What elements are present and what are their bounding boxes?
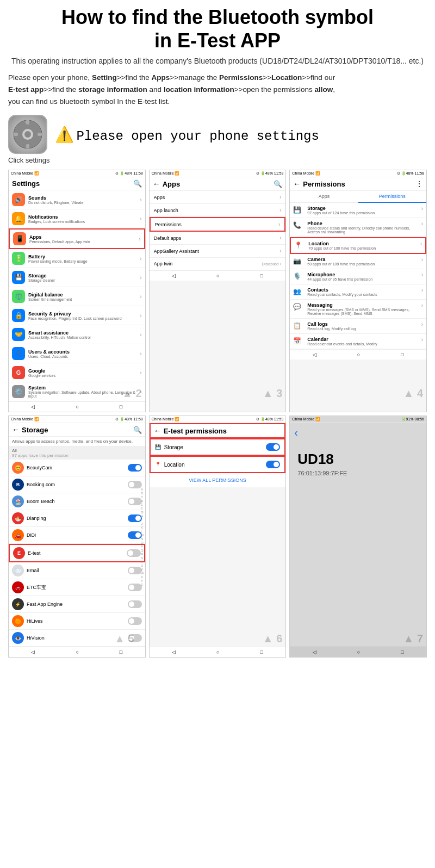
perm-contacts[interactable]: 👥 Contacts Read your contacts, Modify yo…	[290, 284, 426, 300]
home-nav-5[interactable]: ○	[76, 649, 78, 655]
back-nav-6[interactable]: ◁	[172, 649, 176, 655]
etest-storage-toggle[interactable]	[266, 443, 280, 451]
back-nav-4[interactable]: ◁	[313, 352, 316, 357]
svg-point-2	[24, 131, 31, 138]
nav-bar-7: ◁ ○ □	[290, 647, 426, 657]
settings-smart[interactable]: 🤝 Smart assistance Accessibility, HiTouc…	[9, 325, 145, 344]
home-nav-7[interactable]: ○	[357, 649, 360, 655]
app-etest[interactable]: E E-test	[9, 544, 145, 562]
app-didi[interactable]: 🚗 DiDi	[9, 527, 145, 544]
settings-digital-balance[interactable]: ⚖️ Digital balance Screen time managemen…	[9, 287, 145, 306]
recent-nav-7[interactable]: □	[401, 649, 403, 655]
perm-messaging[interactable]: 💬 Messaging Read your messages (SMS or M…	[290, 300, 426, 319]
etest-storage-perm[interactable]: 💾 Storage	[150, 438, 286, 456]
etc-toggle[interactable]	[128, 584, 142, 591]
home-nav-4[interactable]: ○	[357, 352, 360, 357]
perm-calendar[interactable]: 📅 Calendar Read calendar events and deta…	[290, 334, 426, 349]
fastapp-toggle[interactable]	[128, 600, 142, 608]
settings-security[interactable]: 🔒 Security & privacy Face recognition, F…	[9, 306, 145, 325]
recent-nav-5[interactable]: □	[120, 649, 122, 655]
apps-icon: 📱	[13, 232, 26, 245]
etest-toggle[interactable]	[127, 549, 141, 557]
perm-phone[interactable]: 📞 Phone Read device status and identity,…	[290, 218, 426, 237]
recent-nav-6[interactable]: □	[260, 649, 263, 655]
back-nav-7[interactable]: ◁	[313, 649, 316, 655]
app-etc[interactable]: 🚗 ETC车宝	[9, 579, 145, 596]
apps-item-apps[interactable]: Apps ›	[150, 191, 286, 204]
header-3: ← Apps 🔍	[150, 177, 286, 191]
app-email[interactable]: ✉️ Email	[9, 562, 145, 579]
tab-apps[interactable]: Apps	[290, 191, 358, 202]
home-nav-6[interactable]: ○	[216, 649, 219, 655]
search-icon-3[interactable]: 🔍	[274, 180, 282, 188]
settings-storage[interactable]: 💾 Storage Storage cleaner ›	[9, 268, 145, 287]
step-6-indicator: ▲ 6	[263, 633, 282, 645]
open-settings-text: ⚠️ Please open your phone settings	[55, 126, 319, 144]
settings-notifications[interactable]: 🔔 Notifications Badges, Lock screen noti…	[9, 209, 145, 228]
app-hilives[interactable]: 🟠 HiLives	[9, 613, 145, 630]
settings-battery[interactable]: 🔋 Battery Power saving mode, Battery usa…	[9, 249, 145, 268]
boombeach-toggle[interactable]	[128, 498, 142, 505]
perm-calllogs[interactable]: 📋 Call logs Read call log, Modify call l…	[290, 319, 426, 334]
perm-microphone[interactable]: 🎙️ Microphone 44 apps out of 95 have thi…	[290, 269, 426, 284]
perm-camera[interactable]: 📷 Camera 50 apps out of 109 have this pe…	[290, 254, 426, 269]
apps-item-gallery[interactable]: AppGallery Assistant ›	[150, 245, 286, 258]
calendar-perm-icon: 📅	[293, 337, 304, 345]
more-icon-4[interactable]: ⋮	[415, 179, 423, 188]
booking-icon: B	[12, 479, 24, 491]
settings-sounds[interactable]: 🔊 Sounds Do not disturb, Ringtone, Vibra…	[9, 190, 145, 209]
chevron-icon: ›	[140, 294, 141, 300]
ud18-content: UD18 76:01:13:99:7F:FE	[290, 442, 426, 647]
apps-screen-title: Apps	[163, 180, 272, 188]
home-nav[interactable]: ○	[76, 404, 78, 410]
apps-item-launch[interactable]: App launch ›	[150, 204, 286, 217]
back-nav[interactable]: ◁	[31, 404, 35, 410]
hilives-icon: 🟠	[12, 615, 24, 627]
back-arrow-4[interactable]: ←	[293, 179, 301, 188]
etest-location-icon: 📍	[155, 462, 161, 467]
click-settings-label: Click settings	[8, 156, 427, 164]
status-bar-4: China Mobile 📶 ⊙ 🔋48% 11:58	[290, 170, 426, 177]
hilives-toggle[interactable]	[128, 617, 142, 625]
app-boombeach[interactable]: 🏖️ Boom Beach	[9, 493, 145, 510]
dianping-toggle[interactable]	[128, 514, 142, 522]
booking-toggle[interactable]	[128, 481, 142, 488]
back-nav-5[interactable]: ◁	[31, 649, 35, 655]
email-toggle[interactable]	[128, 567, 142, 574]
chevron-icon: ›	[140, 216, 141, 222]
header-2: Settings 🔍	[9, 177, 145, 190]
perm-storage[interactable]: 💾 Storage 97 apps out of 124 have this p…	[290, 203, 426, 218]
back-arrow-7[interactable]: ‹	[294, 426, 298, 438]
back-arrow-5[interactable]: ←	[12, 425, 20, 434]
home-nav-3[interactable]: ○	[216, 273, 219, 278]
beautycam-toggle[interactable]	[128, 464, 142, 472]
search-icon-2[interactable]: 🔍	[133, 179, 142, 188]
apps-item-default[interactable]: Default apps ›	[150, 232, 286, 245]
apps-item-permissions[interactable]: Permissions ›	[150, 217, 286, 232]
app-dianping[interactable]: 🍜 Dianping	[9, 510, 145, 527]
etest-location-toggle[interactable]	[266, 461, 280, 468]
view-all-permissions[interactable]: VIEW ALL PERMISSIONS	[150, 473, 286, 487]
tab-permissions[interactable]: Permissions	[358, 191, 426, 203]
status-bar-2: China Mobile 📶 ⊙ 🔋48% 11:58	[9, 170, 145, 177]
app-fastapp[interactable]: ⚡ Fast App Engine	[9, 596, 145, 613]
apps-item-twin[interactable]: App twin Disabled ›	[150, 258, 286, 270]
chevron-icon: ›	[140, 256, 141, 262]
recent-nav[interactable]: □	[120, 404, 122, 410]
search-icon-5[interactable]: 🔍	[133, 426, 142, 434]
settings-apps[interactable]: 📱 Apps Permissions, Default apps, App tw…	[9, 228, 145, 249]
back-arrow-3[interactable]: ←	[153, 179, 160, 188]
back-arrow-6[interactable]: ←	[154, 426, 161, 435]
perm-location[interactable]: 📍 Location 70 apps out of 100 have this …	[290, 237, 426, 254]
recent-nav-3[interactable]: □	[260, 273, 263, 278]
recent-nav-4[interactable]: □	[401, 352, 403, 357]
didi-toggle[interactable]	[128, 531, 142, 539]
etest-location-perm[interactable]: 📍 Location	[150, 456, 286, 473]
main-container: How to find the Bluetooth symbolin E-Tes…	[0, 0, 435, 666]
screen-4: China Mobile 📶 ⊙ 🔋48% 11:58 ← Permission…	[289, 170, 427, 412]
settings-users[interactable]: 👤 Users & accounts Users, Cloud, Account…	[9, 344, 145, 363]
back-nav-3[interactable]: ◁	[172, 273, 176, 278]
settings-google[interactable]: G Google Google services ›	[9, 363, 145, 382]
app-beautycam[interactable]: 😊 BeautyCam	[9, 460, 145, 476]
app-booking[interactable]: B Booking.com	[9, 476, 145, 493]
